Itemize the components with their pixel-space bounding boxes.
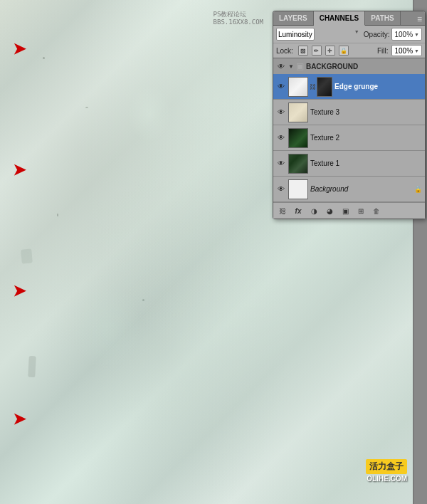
layer-row-background[interactable]: 👁 Background 🔒 xyxy=(273,177,425,202)
lock-transparency-btn[interactable]: ▨ xyxy=(298,46,308,56)
layer-row-texture2[interactable]: 👁 Texture 2 xyxy=(273,125,425,151)
visibility-edge-grunge[interactable]: 👁 xyxy=(276,82,286,92)
blend-mode-select[interactable]: Luminosity Normal Multiply Screen Overla… xyxy=(276,28,315,41)
layer-row-texture1[interactable]: 👁 Texture 1 xyxy=(273,151,425,177)
layer-list: 👁 ▼ ▣ BACKGROUND 👁 ⛓ Edge grunge 👁 Textu… xyxy=(273,58,425,202)
visibility-texture1[interactable]: 👁 xyxy=(276,159,286,169)
watermark: 活力盒子 OLIHE.COM xyxy=(366,459,407,483)
lock-fill-row: Lock: ▨ ✏ ✛ 🔒 Fill: 100% ▼ xyxy=(273,43,425,58)
blend-opacity-row: Luminosity Normal Multiply Screen Overla… xyxy=(273,26,425,43)
layer-thumb-texture3 xyxy=(288,103,308,122)
layer-thumb-edge-grunge-main xyxy=(288,77,308,97)
visibility-group-eye[interactable]: 👁 xyxy=(276,61,286,71)
fill-input[interactable]: 100% ▼ xyxy=(391,45,422,56)
add-folder-btn[interactable]: ▣ xyxy=(339,205,352,216)
red-arrow-4: ➤ xyxy=(13,411,26,427)
opacity-label: Opacity: xyxy=(364,31,390,38)
layers-panel: LAYERS CHANNELS PATHS ≡ Luminosity Norma… xyxy=(273,11,426,219)
background-lock-icon: 🔒 xyxy=(414,186,422,193)
tab-paths[interactable]: PATHS xyxy=(365,11,400,25)
group-row-background[interactable]: 👁 ▼ ▣ BACKGROUND xyxy=(273,58,425,74)
adjustment-btn[interactable]: ◕ xyxy=(323,205,336,216)
fill-arrow: ▼ xyxy=(414,48,419,53)
layer-name-edge-grunge: Edge grunge xyxy=(334,83,422,90)
group-name: BACKGROUND xyxy=(306,63,358,70)
layer-name-texture1: Texture 1 xyxy=(310,159,422,167)
layer-thumb-background xyxy=(288,179,308,199)
fx-btn[interactable]: fx xyxy=(292,205,305,216)
layer-name-texture3: Texture 3 xyxy=(310,108,422,116)
chain-icon-edge-grunge: ⛓ xyxy=(310,77,315,97)
lock-paint-btn[interactable]: ✏ xyxy=(312,46,322,56)
tab-channels[interactable]: CHANNELS xyxy=(314,11,366,26)
layer-name-background: Background xyxy=(310,185,412,193)
visibility-texture3[interactable]: 👁 xyxy=(276,107,286,117)
opacity-row: Opacity: 100% ▼ xyxy=(364,28,422,41)
watermark-url: OLIHE.COM xyxy=(366,475,407,483)
tab-layers[interactable]: LAYERS xyxy=(273,11,314,25)
red-arrow-3: ➤ xyxy=(13,283,26,299)
fill-label: Fill: xyxy=(377,47,389,55)
top-watermark: PS教程论坛 BBS.16XX8.COM xyxy=(198,2,263,36)
visibility-background[interactable]: 👁 xyxy=(276,184,286,194)
add-mask-btn[interactable]: ◑ xyxy=(307,205,320,216)
blend-mode-wrap[interactable]: Luminosity Normal Multiply Screen Overla… xyxy=(276,28,361,41)
group-folder-icon: ▣ xyxy=(296,61,304,71)
layer-thumb-texture2 xyxy=(288,128,308,148)
opacity-arrow: ▼ xyxy=(414,32,419,37)
delete-layer-btn[interactable]: 🗑 xyxy=(370,205,383,216)
lock-all-btn[interactable]: 🔒 xyxy=(339,46,349,56)
layer-row-texture3[interactable]: 👁 Texture 3 xyxy=(273,100,425,125)
lock-label: Lock: xyxy=(276,47,293,55)
red-arrow-2: ➤ xyxy=(13,162,26,178)
layer-thumb-edge-grunge-mask xyxy=(317,77,332,97)
opacity-input[interactable]: 100% ▼ xyxy=(391,28,422,41)
panel-menu-icon[interactable]: ≡ xyxy=(417,14,422,24)
panel-tabs: LAYERS CHANNELS PATHS ≡ xyxy=(273,11,425,26)
red-arrow-1: ➤ xyxy=(13,41,26,57)
visibility-texture2[interactable]: 👁 xyxy=(276,133,286,143)
layer-row-edge-grunge[interactable]: 👁 ⛓ Edge grunge xyxy=(273,74,425,100)
link-layers-btn[interactable]: ⛓ xyxy=(276,205,289,216)
watermark-site: 活力盒子 xyxy=(366,459,407,474)
group-collapse-triangle[interactable]: ▼ xyxy=(288,63,294,70)
layer-name-texture2: Texture 2 xyxy=(310,134,422,142)
new-layer-btn[interactable]: ⊞ xyxy=(354,205,367,216)
layer-thumb-texture1 xyxy=(288,154,308,174)
panel-toolbar: ⛓ fx ◑ ◕ ▣ ⊞ 🗑 xyxy=(273,202,425,219)
lock-position-btn[interactable]: ✛ xyxy=(325,46,335,56)
